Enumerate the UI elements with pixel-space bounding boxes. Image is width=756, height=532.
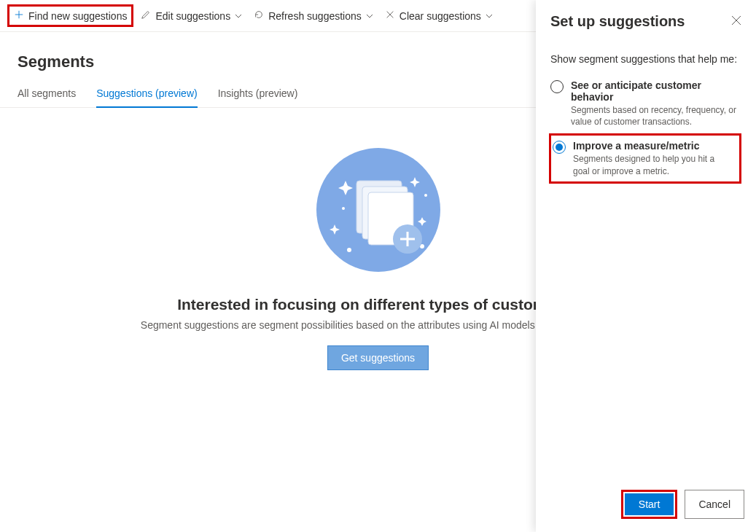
option-2-text: Improve a measure/metric Segments design… bbox=[573, 140, 733, 176]
close-icon[interactable] bbox=[731, 15, 741, 28]
option-customer-behavior[interactable]: See or anticipate customer behavior Segm… bbox=[550, 74, 741, 133]
find-new-suggestions-button[interactable]: Find new suggestions bbox=[7, 4, 133, 27]
panel-subtitle: Show segment suggestions that help me: bbox=[550, 53, 741, 65]
option-2-title: Improve a measure/metric bbox=[573, 140, 733, 152]
option-1-title: See or anticipate customer behavior bbox=[571, 79, 741, 103]
setup-panel: Set up suggestions Show segment suggesti… bbox=[536, 0, 756, 532]
tab-insights[interactable]: Insights (preview) bbox=[218, 83, 298, 107]
panel-header: Set up suggestions bbox=[536, 0, 756, 37]
radio-off-icon bbox=[550, 80, 564, 93]
panel-footer: Start Cancel bbox=[536, 480, 756, 532]
find-label: Find new suggestions bbox=[28, 10, 127, 22]
clear-suggestions-button[interactable]: Clear suggestions bbox=[381, 7, 497, 25]
svg-point-9 bbox=[347, 248, 351, 252]
svg-point-11 bbox=[342, 207, 345, 210]
radio-on-icon bbox=[553, 141, 566, 154]
option-1-text: See or anticipate customer behavior Segm… bbox=[571, 79, 741, 128]
start-highlight: Start bbox=[621, 490, 678, 519]
get-suggestions-button[interactable]: Get suggestions bbox=[327, 345, 429, 370]
edit-suggestions-button[interactable]: Edit suggestions bbox=[136, 7, 246, 25]
refresh-label: Refresh suggestions bbox=[268, 10, 362, 22]
plus-icon bbox=[14, 9, 24, 22]
option-improve-metric[interactable]: Improve a measure/metric Segments design… bbox=[551, 140, 733, 176]
edit-label: Edit suggestions bbox=[155, 10, 230, 22]
chevron-down-icon bbox=[235, 10, 242, 22]
refresh-icon bbox=[254, 9, 264, 22]
panel-body: Show segment suggestions that help me: S… bbox=[536, 37, 756, 480]
svg-point-12 bbox=[424, 194, 427, 197]
tab-all-segments[interactable]: All segments bbox=[17, 83, 76, 107]
chevron-down-icon bbox=[366, 10, 373, 22]
clear-label: Clear suggestions bbox=[400, 10, 481, 22]
refresh-suggestions-button[interactable]: Refresh suggestions bbox=[249, 7, 378, 25]
option-2-desc: Segments designed to help you hit a goal… bbox=[573, 153, 733, 176]
option-1-desc: Segments based on recency, frequency, or… bbox=[571, 104, 741, 128]
option-improve-metric-highlight: Improve a measure/metric Segments design… bbox=[549, 133, 741, 183]
panel-title: Set up suggestions bbox=[550, 13, 685, 30]
tab-suggestions[interactable]: Suggestions (preview) bbox=[96, 83, 198, 108]
start-button[interactable]: Start bbox=[625, 493, 674, 515]
pencil-icon bbox=[141, 9, 151, 22]
cancel-button[interactable]: Cancel bbox=[685, 490, 744, 519]
clear-icon bbox=[385, 9, 395, 22]
chevron-down-icon bbox=[486, 10, 493, 22]
